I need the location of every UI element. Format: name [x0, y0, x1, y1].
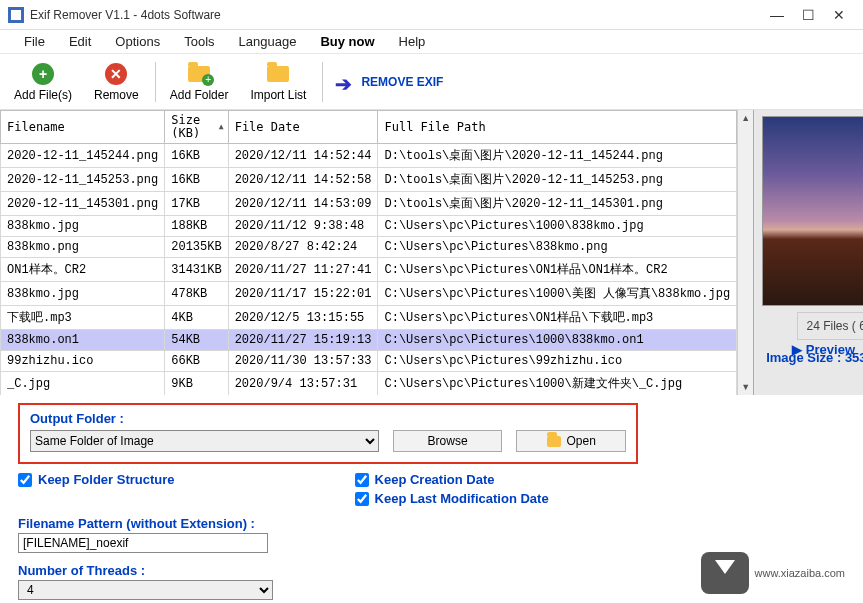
file-count-info: 24 Files ( 67.74 MB ) — [797, 312, 863, 340]
cell-size: 54KB — [165, 330, 228, 351]
menu-tools[interactable]: Tools — [172, 31, 226, 52]
table-row[interactable]: 838kmo.png20135KB2020/8/27 8:42:24C:\Use… — [1, 237, 737, 258]
minimize-button[interactable]: — — [770, 7, 784, 23]
cell-path: C:\Users\pc\Pictures\838kmo.png — [378, 237, 737, 258]
add-folder-button[interactable]: + Add Folder — [160, 58, 239, 106]
table-row[interactable]: 838kmo.jpg188KB2020/11/12 9:38:48C:\User… — [1, 216, 737, 237]
cell-date: 2020/9/4 13:57:31 — [228, 372, 378, 395]
menubar: File Edit Options Tools Language Buy now… — [0, 30, 863, 54]
table-row[interactable]: 2020-12-11_145253.png16KB2020/12/11 14:5… — [1, 168, 737, 192]
col-size[interactable]: Size (KB)▲ — [165, 111, 228, 144]
menu-edit[interactable]: Edit — [57, 31, 103, 52]
add-folder-icon: + — [187, 62, 211, 86]
add-files-label: Add File(s) — [14, 88, 72, 102]
keep-creation-checkbox[interactable]: Keep Creation Date — [355, 472, 549, 487]
table-row[interactable]: 2020-12-11_145244.png16KB2020/12/11 14:5… — [1, 144, 737, 168]
cell-path: C:\Users\pc\Pictures\1000\新建文件夹\_C.jpg — [378, 372, 737, 395]
cell-size: 16KB — [165, 144, 228, 168]
vertical-scrollbar[interactable]: ▲ ▼ — [737, 110, 753, 395]
file-table-container: Filename Size (KB)▲ File Date Full File … — [0, 110, 754, 395]
preview-button[interactable]: ▶ Preview — [792, 342, 855, 357]
table-row[interactable]: 838kmo.jpg478KB2020/11/17 15:22:01C:\Use… — [1, 282, 737, 306]
window-title: Exif Remover V1.1 - 4dots Software — [30, 8, 770, 22]
cell-size: 20135KB — [165, 237, 228, 258]
separator — [322, 62, 323, 102]
filename-pattern-input[interactable] — [18, 533, 268, 553]
cell-path: D:\tools\桌面\图片\2020-12-11_145244.png — [378, 144, 737, 168]
import-list-button[interactable]: Import List — [240, 58, 316, 106]
cell-date: 2020/12/5 13:15:55 — [228, 306, 378, 330]
keep-folder-input[interactable] — [18, 473, 32, 487]
cell-date: 2020/12/11 14:52:58 — [228, 168, 378, 192]
threads-select[interactable]: 4 — [18, 580, 273, 600]
cell-path: D:\tools\桌面\图片\2020-12-11_145253.png — [378, 168, 737, 192]
remove-label: Remove — [94, 88, 139, 102]
close-button[interactable]: ✕ — [833, 7, 845, 23]
app-icon — [8, 7, 24, 23]
import-list-label: Import List — [250, 88, 306, 102]
filename-pattern-label: Filename Pattern (without Extension) : — [18, 516, 845, 531]
folder-icon — [547, 436, 561, 447]
col-full-path[interactable]: Full File Path — [378, 111, 737, 144]
remove-exif-label: REMOVE EXIF — [361, 75, 443, 89]
cell-filename: 2020-12-11_145301.png — [1, 192, 165, 216]
separator — [155, 62, 156, 102]
cell-path: C:\Users\pc\Pictures\99zhizhu.ico — [378, 351, 737, 372]
col-file-date[interactable]: File Date — [228, 111, 378, 144]
open-button[interactable]: Open — [516, 430, 626, 452]
svg-rect-1 — [11, 10, 21, 20]
cell-date: 2020/11/17 15:22:01 — [228, 282, 378, 306]
keep-folder-checkbox[interactable]: Keep Folder Structure — [18, 472, 175, 487]
cell-path: C:\Users\pc\Pictures\1000\838kmo.jpg — [378, 216, 737, 237]
cell-filename: 2020-12-11_145244.png — [1, 144, 165, 168]
menu-file[interactable]: File — [12, 31, 57, 52]
menu-options[interactable]: Options — [103, 31, 172, 52]
add-icon: + — [31, 62, 55, 86]
cell-filename: 838kmo.jpg — [1, 216, 165, 237]
cell-size: 17KB — [165, 192, 228, 216]
keep-creation-input[interactable] — [355, 473, 369, 487]
scroll-up-icon[interactable]: ▲ — [738, 110, 753, 126]
table-row[interactable]: 2020-12-11_145301.png17KB2020/12/11 14:5… — [1, 192, 737, 216]
cell-date: 2020/12/11 14:52:44 — [228, 144, 378, 168]
menu-help[interactable]: Help — [387, 31, 438, 52]
cell-date: 2020/12/11 14:53:09 — [228, 192, 378, 216]
maximize-button[interactable]: ☐ — [802, 7, 815, 23]
menu-language[interactable]: Language — [227, 31, 309, 52]
table-row[interactable]: ON1样本。CR231431KB2020/11/27 11:27:41C:\Us… — [1, 258, 737, 282]
col-filename[interactable]: Filename — [1, 111, 165, 144]
cell-date: 2020/8/27 8:42:24 — [228, 237, 378, 258]
remove-button[interactable]: ✕ Remove — [84, 58, 149, 106]
watermark-icon — [701, 552, 749, 594]
table-row[interactable]: 838kmo.on154KB2020/11/27 15:19:13C:\User… — [1, 330, 737, 351]
keep-modification-checkbox[interactable]: Keep Last Modification Date — [355, 491, 549, 506]
titlebar: Exif Remover V1.1 - 4dots Software — ☐ ✕ — [0, 0, 863, 30]
output-folder-select[interactable]: Same Folder of Image — [30, 430, 379, 452]
remove-exif-button[interactable]: ➔ REMOVE EXIF — [335, 72, 443, 92]
table-row[interactable]: 下载吧.mp34KB2020/12/5 13:15:55C:\Users\pc\… — [1, 306, 737, 330]
watermark: www.xiazaiba.com — [701, 552, 845, 594]
remove-icon: ✕ — [104, 62, 128, 86]
import-list-icon — [266, 62, 290, 86]
menu-buy-now[interactable]: Buy now — [308, 31, 386, 52]
add-files-button[interactable]: + Add File(s) — [4, 58, 82, 106]
cell-date: 2020/11/27 11:27:41 — [228, 258, 378, 282]
watermark-text: www.xiazaiba.com — [755, 567, 845, 579]
table-row[interactable]: 99zhizhu.ico66KB2020/11/30 13:57:33C:\Us… — [1, 351, 737, 372]
keep-modification-input[interactable] — [355, 492, 369, 506]
cell-size: 16KB — [165, 168, 228, 192]
cell-filename: 2020-12-11_145253.png — [1, 168, 165, 192]
cell-filename: _C.jpg — [1, 372, 165, 395]
output-folder-label: Output Folder : — [30, 411, 626, 426]
file-table[interactable]: Filename Size (KB)▲ File Date Full File … — [0, 110, 737, 395]
cell-size: 188KB — [165, 216, 228, 237]
cell-filename: 99zhizhu.ico — [1, 351, 165, 372]
table-row[interactable]: _C.jpg9KB2020/9/4 13:57:31C:\Users\pc\Pi… — [1, 372, 737, 395]
scroll-down-icon[interactable]: ▼ — [738, 379, 753, 395]
cell-filename: 838kmo.jpg — [1, 282, 165, 306]
cell-filename: ON1样本。CR2 — [1, 258, 165, 282]
browse-button[interactable]: Browse — [393, 430, 503, 452]
cell-filename: 下载吧.mp3 — [1, 306, 165, 330]
cell-path: D:\tools\桌面\图片\2020-12-11_145301.png — [378, 192, 737, 216]
preview-image — [762, 116, 863, 306]
